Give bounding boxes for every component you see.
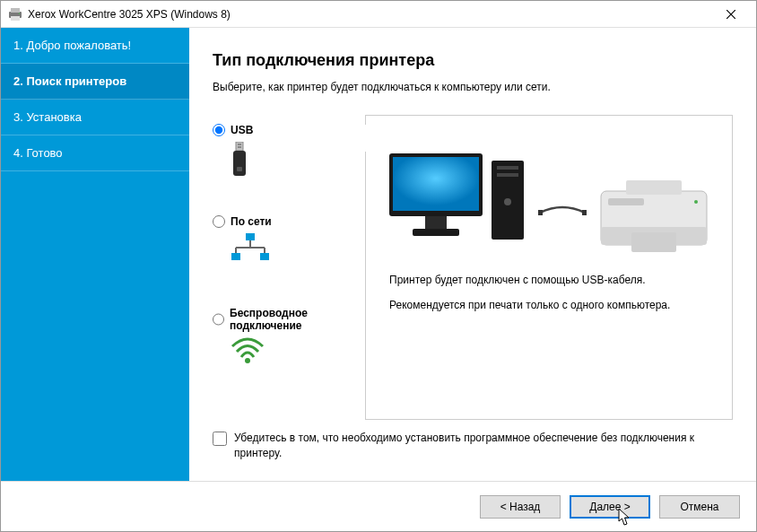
options-list: USB	[213, 115, 356, 420]
svg-rect-21	[413, 229, 459, 236]
footer: < Назад Далее > Отмена	[1, 481, 756, 531]
computer-icon	[386, 148, 529, 247]
svg-rect-5	[238, 144, 241, 145]
next-button[interactable]: Далее >	[570, 495, 650, 519]
svg-rect-27	[582, 210, 587, 215]
svg-rect-9	[246, 233, 255, 240]
svg-rect-24	[497, 173, 518, 177]
sidebar-item-welcome[interactable]: 1. Добро пожаловать!	[1, 28, 189, 64]
page-subtitle: Выберите, как принтер будет подключаться…	[213, 81, 733, 93]
radio-wireless[interactable]	[213, 313, 224, 326]
svg-rect-19	[393, 157, 479, 211]
radio-network[interactable]	[213, 215, 225, 228]
network-icon	[231, 233, 356, 269]
svg-rect-2	[11, 16, 20, 21]
cable-icon	[538, 204, 587, 222]
svg-point-3	[19, 13, 21, 14]
sidebar-item-done[interactable]: 4. Готово	[1, 135, 189, 171]
svg-point-16	[245, 358, 250, 363]
svg-rect-1	[11, 8, 20, 13]
printer-icon	[596, 175, 712, 247]
body: 1. Добро пожаловать! 2. Поиск принтеров …	[1, 28, 756, 481]
svg-rect-26	[538, 210, 543, 215]
preview-text-2: Рекомендуется при печати только с одного…	[389, 299, 718, 311]
radio-network-label: По сети	[231, 215, 272, 228]
svg-rect-32	[608, 198, 644, 205]
preview-panel: Принтер будет подключен с помощью USB-ка…	[365, 115, 733, 420]
svg-rect-20	[425, 216, 447, 229]
back-button[interactable]: < Назад	[480, 495, 561, 519]
radio-wireless-label: Беспроводное подключение	[230, 307, 356, 332]
svg-rect-8	[237, 167, 242, 171]
svg-rect-30	[626, 180, 682, 195]
svg-rect-23	[497, 166, 518, 170]
preview-illustration	[380, 139, 718, 247]
svg-rect-7	[233, 151, 246, 176]
window-title: Xerox WorkCentre 3025 XPS (Windows 8)	[28, 8, 713, 21]
usb-drive-icon	[231, 142, 356, 178]
install-without-printer-checkbox[interactable]	[213, 432, 227, 446]
titlebar: Xerox WorkCentre 3025 XPS (Windows 8)	[1, 1, 756, 28]
option-usb[interactable]: USB	[213, 124, 356, 178]
svg-rect-6	[238, 146, 241, 148]
svg-point-33	[694, 200, 698, 204]
svg-point-25	[504, 198, 511, 205]
installer-window: Xerox WorkCentre 3025 XPS (Windows 8) 1.…	[0, 0, 757, 532]
preview-text-1: Принтер будет подключен с помощью USB-ка…	[389, 274, 718, 286]
main-content: Тип подключения принтера Выберите, как п…	[189, 28, 756, 481]
radio-usb-label: USB	[231, 124, 253, 136]
svg-rect-15	[260, 253, 269, 260]
svg-rect-31	[631, 232, 676, 252]
close-button[interactable]	[713, 2, 749, 27]
cancel-button[interactable]: Отмена	[659, 495, 740, 519]
install-without-printer-row: Убедитесь в том, что необходимо установи…	[213, 429, 733, 468]
sidebar-item-install[interactable]: 3. Установка	[1, 100, 189, 135]
option-wireless[interactable]: Беспроводное подключение	[213, 307, 356, 373]
install-without-printer-label: Убедитесь в том, что необходимо установи…	[234, 431, 733, 461]
sidebar: 1. Добро пожаловать! 2. Поиск принтеров …	[1, 28, 189, 481]
sidebar-item-search[interactable]: 2. Поиск принтеров	[1, 64, 189, 100]
app-icon	[8, 7, 22, 22]
svg-rect-14	[231, 253, 240, 260]
radio-usb[interactable]	[213, 124, 225, 136]
page-title: Тип подключения принтера	[213, 51, 733, 70]
wifi-icon	[231, 337, 356, 373]
option-network[interactable]: По сети	[213, 215, 356, 269]
options-row: USB	[213, 115, 733, 420]
